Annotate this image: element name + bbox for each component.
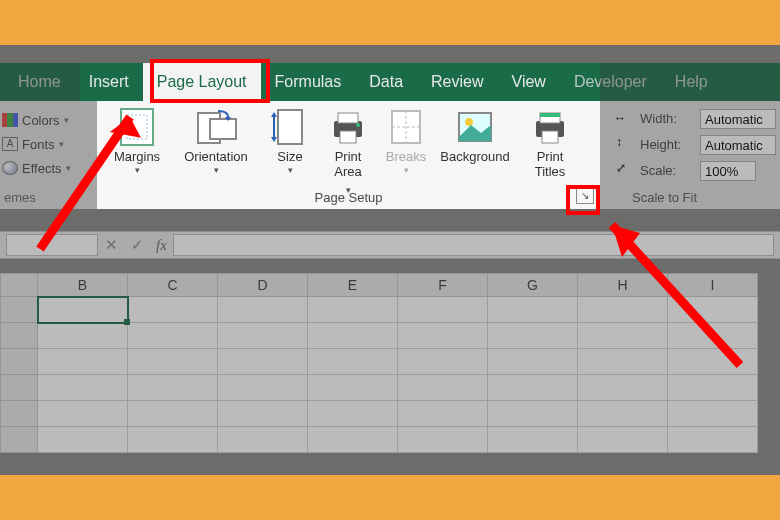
active-cell[interactable] bbox=[38, 297, 128, 323]
cell[interactable] bbox=[128, 401, 218, 427]
cell[interactable] bbox=[218, 323, 308, 349]
cell[interactable] bbox=[38, 401, 128, 427]
cell[interactable] bbox=[668, 375, 758, 401]
column-header[interactable]: D bbox=[218, 273, 308, 297]
name-box[interactable] bbox=[6, 234, 98, 256]
cell[interactable] bbox=[128, 375, 218, 401]
cell[interactable] bbox=[578, 427, 668, 453]
theme-colors[interactable]: Colors ▾ bbox=[2, 109, 69, 131]
cell[interactable] bbox=[488, 375, 578, 401]
breaks-icon bbox=[384, 107, 428, 147]
row-header[interactable] bbox=[0, 427, 38, 453]
tab-view[interactable]: View bbox=[498, 63, 560, 101]
tab-developer[interactable]: Developer bbox=[560, 63, 661, 101]
tab-home[interactable]: Home bbox=[0, 63, 75, 101]
cell[interactable] bbox=[218, 427, 308, 453]
cell[interactable] bbox=[308, 297, 398, 323]
cell[interactable] bbox=[668, 323, 758, 349]
size-button[interactable]: Size ▾ bbox=[262, 107, 318, 175]
tab-data[interactable]: Data bbox=[355, 63, 417, 101]
column-header[interactable]: E bbox=[308, 273, 398, 297]
cell[interactable] bbox=[488, 297, 578, 323]
cell[interactable] bbox=[308, 427, 398, 453]
breaks-button[interactable]: Breaks ▾ bbox=[378, 107, 434, 175]
row-header[interactable] bbox=[0, 401, 38, 427]
height-icon: ↕ bbox=[616, 135, 622, 149]
cell[interactable] bbox=[488, 427, 578, 453]
ribbon-tabs: Home Insert Page Layout Formulas Data Re… bbox=[0, 63, 780, 101]
cell[interactable] bbox=[38, 427, 128, 453]
cell[interactable] bbox=[578, 401, 668, 427]
cell[interactable] bbox=[398, 375, 488, 401]
cell[interactable] bbox=[668, 427, 758, 453]
tab-insert[interactable]: Insert bbox=[75, 63, 143, 101]
tab-review[interactable]: Review bbox=[417, 63, 497, 101]
print-area-button[interactable]: Print Area ▾ bbox=[320, 107, 376, 197]
cancel-formula-button[interactable]: ✕ bbox=[98, 236, 124, 254]
dropdown-icon: ▾ bbox=[174, 165, 258, 175]
cell[interactable] bbox=[308, 349, 398, 375]
cell[interactable] bbox=[218, 297, 308, 323]
height-select[interactable]: Automatic bbox=[700, 135, 776, 155]
cell[interactable] bbox=[128, 427, 218, 453]
themes-group-label: emes bbox=[4, 190, 36, 205]
cell[interactable] bbox=[578, 375, 668, 401]
cell[interactable] bbox=[488, 349, 578, 375]
column-header[interactable]: G bbox=[488, 273, 578, 297]
cell[interactable] bbox=[398, 323, 488, 349]
cell[interactable] bbox=[38, 375, 128, 401]
cell[interactable] bbox=[488, 401, 578, 427]
tab-page-layout[interactable]: Page Layout bbox=[143, 63, 261, 101]
cell[interactable] bbox=[128, 349, 218, 375]
row-header[interactable] bbox=[0, 349, 38, 375]
fx-icon[interactable]: fx bbox=[150, 237, 173, 254]
print-titles-button[interactable]: Print Titles bbox=[522, 107, 578, 179]
cell[interactable] bbox=[578, 297, 668, 323]
cell[interactable] bbox=[668, 297, 758, 323]
page-setup-dialog-launcher[interactable]: ↘ bbox=[576, 188, 594, 204]
cell[interactable] bbox=[128, 323, 218, 349]
formula-input[interactable] bbox=[173, 234, 774, 256]
tab-formulas[interactable]: Formulas bbox=[261, 63, 356, 101]
enter-formula-button[interactable]: ✓ bbox=[124, 236, 150, 254]
cell[interactable] bbox=[308, 401, 398, 427]
cell[interactable] bbox=[128, 297, 218, 323]
cell[interactable] bbox=[398, 297, 488, 323]
column-header[interactable]: F bbox=[398, 273, 488, 297]
row-header[interactable] bbox=[0, 297, 38, 323]
theme-effects[interactable]: Effects ▾ bbox=[2, 157, 71, 179]
margins-button[interactable]: Margins ▾ bbox=[100, 107, 174, 175]
row-header[interactable] bbox=[0, 323, 38, 349]
dropdown-icon: ▾ bbox=[100, 165, 174, 175]
column-header[interactable]: H bbox=[578, 273, 668, 297]
theme-fonts[interactable]: A Fonts ▾ bbox=[2, 133, 64, 155]
tab-help[interactable]: Help bbox=[661, 63, 722, 101]
cell[interactable] bbox=[218, 375, 308, 401]
width-select[interactable]: Automatic bbox=[700, 109, 776, 129]
cell[interactable] bbox=[398, 349, 488, 375]
select-all-corner[interactable] bbox=[0, 273, 38, 297]
cell[interactable] bbox=[668, 349, 758, 375]
column-header[interactable]: I bbox=[668, 273, 758, 297]
cell[interactable] bbox=[578, 323, 668, 349]
row-header[interactable] bbox=[0, 375, 38, 401]
cell[interactable] bbox=[38, 349, 128, 375]
background-button[interactable]: Background bbox=[434, 107, 516, 164]
ribbon-body: Page Setup ↘ Colors ▾ A Fonts ▾ Effects … bbox=[0, 101, 780, 209]
cell[interactable] bbox=[398, 401, 488, 427]
grid-row bbox=[0, 297, 780, 323]
orientation-button[interactable]: Orientation ▾ bbox=[174, 107, 258, 175]
column-header[interactable]: C bbox=[128, 273, 218, 297]
cell[interactable] bbox=[218, 401, 308, 427]
column-header[interactable]: B bbox=[38, 273, 128, 297]
cell[interactable] bbox=[308, 323, 398, 349]
orientation-icon bbox=[194, 107, 238, 147]
cell[interactable] bbox=[38, 323, 128, 349]
scale-input[interactable]: 100% bbox=[700, 161, 756, 181]
cell[interactable] bbox=[668, 401, 758, 427]
cell[interactable] bbox=[218, 349, 308, 375]
cell[interactable] bbox=[308, 375, 398, 401]
cell[interactable] bbox=[578, 349, 668, 375]
cell[interactable] bbox=[488, 323, 578, 349]
cell[interactable] bbox=[398, 427, 488, 453]
